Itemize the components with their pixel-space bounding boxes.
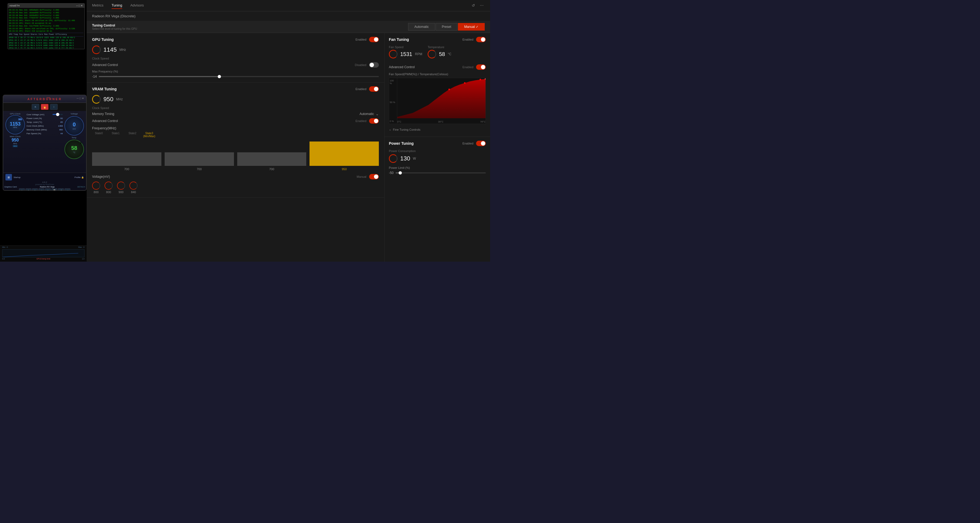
svg-marker-0 (397, 79, 485, 118)
graph-labels: Min : 0 Max : 0 (0, 246, 87, 249)
fan-speed-metric: Fan Speed 1531 RPM (389, 46, 422, 61)
power-tuning-header: Power Tuning Enabled (389, 141, 486, 146)
frequency-label: Frequency(MHz) (92, 126, 379, 130)
nav-icons: ↺ ⋯ (472, 3, 485, 8)
ab-tab-flame[interactable]: 🔥 (41, 104, 48, 110)
bar-val-1: 700 (165, 168, 234, 171)
terminal-window: mineETH ─ □ ✕ 06:33:41 New Job: b05b8a84… (8, 3, 85, 49)
fan-chart-title: Fan Speed(PWM(%)) / Temperature(Celsius) (389, 73, 486, 76)
right-panel: Metrics Tuning Advisors ↺ ⋯ Radeon RX Ve… (87, 0, 490, 262)
gpu-tuning-toggle[interactable] (369, 37, 379, 42)
gpu-clock-gauge: GPU 1153 MHz (5, 115, 25, 135)
voltage-unit: mV (73, 128, 76, 130)
temp-label-small: Temp. (72, 136, 76, 138)
core-voltage-track[interactable] (52, 114, 63, 115)
core-clock-value: 1368 (54, 125, 63, 127)
ab-window-controls[interactable]: ─ □ ✕ (76, 97, 84, 100)
vram-tuning-section: VRAM Tuning Enabled 950 MHz Clock Speed … (87, 82, 384, 198)
temp-gauge: 58 °C 🌡 (64, 139, 84, 159)
profile-btn-2[interactable]: 2 (25, 188, 32, 191)
fan-speed-gauge-amd (389, 50, 398, 59)
refresh-icon[interactable]: ↺ (472, 3, 477, 8)
power-tuning-toggle[interactable] (476, 141, 486, 146)
memory-clock-label: Memory Clock (MHz) (27, 128, 51, 131)
fan-tuning-header: Fan Tuning Enabled (389, 37, 486, 42)
tuning-btn-preset[interactable]: Preset (436, 23, 458, 30)
more-icon[interactable]: ⋯ (480, 3, 485, 8)
ab-gpu-row: Graphics Card: Radeon RX Vega DETACH (4, 186, 85, 188)
detach-btn[interactable]: DETACH (78, 186, 85, 188)
vram-clock-unit: MHz (116, 97, 123, 101)
chart-x-39: 39°C (438, 120, 443, 123)
power-tuning-title: Power Tuning (389, 141, 414, 146)
nav-metrics[interactable]: Metrics (92, 2, 103, 9)
volt-group-2: 900 (117, 182, 125, 194)
bar-state1 (165, 152, 234, 166)
bar-state0 (92, 152, 161, 166)
core-voltage-label: Core Voltage (mV) (27, 113, 51, 116)
powered-by: powered by RivaTuner (35, 184, 54, 185)
profile-btn-apply[interactable]: ✓ (64, 188, 70, 191)
fine-tuning-toggle[interactable]: ⌄ Fine Tuning Controls (389, 126, 486, 133)
temp-unit: °C (73, 151, 76, 154)
voltage-circles: 800 800 900 840 (92, 182, 379, 194)
chart-x-0: 0°C (397, 120, 401, 123)
volt-val-1: 800 (106, 190, 111, 194)
nav-advisors[interactable]: Advisors (130, 2, 144, 9)
profile-btn-reset[interactable]: ↺ (58, 188, 64, 191)
volt-circle-1 (105, 182, 113, 190)
profile-btn-1[interactable]: 1 (19, 188, 25, 191)
temp-limit-label: Temp. Limit (°C) (27, 121, 51, 124)
fan-tuning-toggle[interactable] (476, 37, 486, 42)
startup-icon[interactable]: ⊞ (5, 174, 12, 181)
fan-speed-value: 44 (54, 132, 63, 135)
temp-amd-value: 58 (439, 51, 445, 57)
ab-tab-info[interactable]: i (50, 104, 58, 110)
gpu-clock-section: GPU Clock GPU 1153 MHz Mem Clock 950 MHz… (5, 113, 25, 159)
bar-val-2: 700 (237, 168, 307, 171)
ab-profile-section: Profile 🔒 (75, 174, 84, 181)
tuning-btn-automatic[interactable]: Automatic (408, 23, 435, 30)
vram-clock-gauge (92, 95, 101, 104)
volt-val-3: 840 (131, 190, 136, 194)
profile-btn-4[interactable]: 4 (38, 188, 45, 191)
fan-tuning-title: Fan Tuning (389, 37, 409, 42)
min-label: Min : 0 (2, 246, 8, 248)
gpu-advanced-toggle[interactable] (369, 62, 379, 68)
clock-speed-label: Clock Speed (92, 57, 379, 60)
max-freq-slider-row: -14 (92, 74, 379, 78)
ab-tab-k[interactable]: K (32, 104, 39, 110)
volt-circle-2 (117, 182, 125, 190)
power-limit-track-amd[interactable] (396, 172, 486, 173)
voltage-gauge: 0 mV (64, 116, 84, 136)
profile-btn-3[interactable]: 3 (32, 188, 38, 191)
voltage-right: Manual (356, 174, 379, 179)
nav-tuning[interactable]: Tuning (111, 2, 122, 9)
gpu-tuning-status: Enabled (356, 38, 366, 41)
state0-header: State0 (92, 132, 106, 138)
chart-y-100: 100 % (390, 79, 396, 85)
profile-btn-5[interactable]: 5 (45, 188, 51, 191)
memory-timing-label: Memory Timing (92, 112, 114, 116)
memory-timing-chevron[interactable]: ⌄ (375, 112, 379, 116)
vram-advanced-toggle[interactable] (369, 118, 379, 124)
power-limit-slider-row: -50 (389, 171, 486, 175)
fan-chart-svg (397, 78, 485, 118)
voltage-status: Manual (356, 175, 366, 178)
max-freq-track[interactable] (99, 76, 379, 77)
power-limit-value: -50 (54, 117, 63, 120)
chart-x-labels: 0°C 39°C 78°C (397, 120, 485, 123)
svg-point-3 (480, 79, 481, 80)
volt-circle-0 (92, 182, 100, 190)
profile-btn-save[interactable]: 💾 (51, 188, 57, 191)
vram-tuning-toggle[interactable] (369, 86, 379, 92)
fan-advanced-toggle[interactable] (476, 64, 486, 70)
vram-advanced-label: Advanced Control (92, 119, 118, 123)
voltage-toggle[interactable] (369, 174, 379, 179)
tuning-btn-manual[interactable]: Manual ✓ (458, 23, 485, 30)
fan-chart-area[interactable]: 100 % 50 % 0 % (389, 78, 486, 124)
vram-tuning-header: VRAM Tuning Enabled (92, 86, 379, 92)
power-tuning-status: Enabled (463, 142, 473, 145)
power-limit-label: Power Limit (%) (27, 117, 51, 120)
tuning-control-text: Tuning Control Select the level of tunin… (92, 24, 137, 30)
